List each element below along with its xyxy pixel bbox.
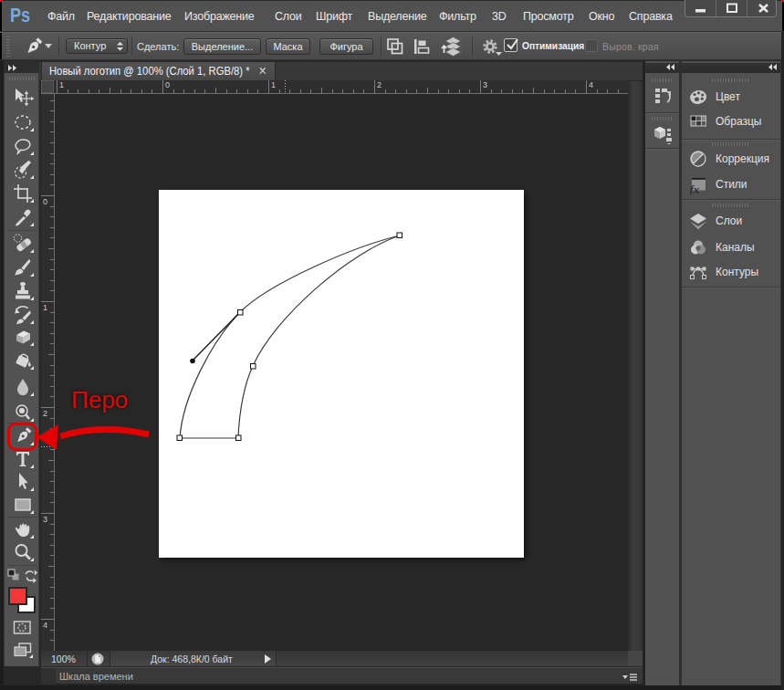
svg-text:fx: fx xyxy=(690,183,700,194)
